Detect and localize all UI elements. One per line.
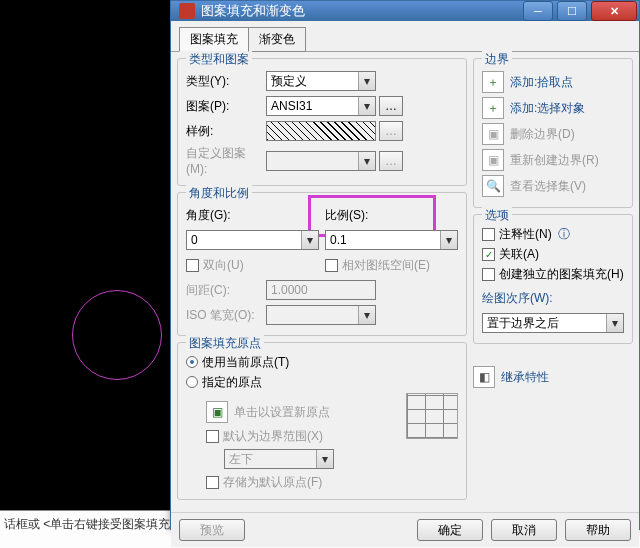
- annotative-label: 注释性(N): [499, 226, 552, 243]
- draw-order-select[interactable]: 置于边界之后: [482, 313, 624, 333]
- view-icon: 🔍: [482, 175, 504, 197]
- add-pick-icon: ＋: [482, 71, 504, 93]
- help-button[interactable]: 帮助: [565, 519, 631, 541]
- pattern-label: 图案(P):: [186, 98, 266, 115]
- paper-space-checkbox: 相对图纸空间(E): [325, 256, 458, 274]
- origin-preview-swatch: [406, 393, 458, 439]
- custom-browse-button: …: [379, 151, 403, 171]
- group-label: 选项: [482, 207, 512, 224]
- recreate-boundary-button: ▣ 重新创建边界(R): [482, 149, 624, 171]
- add-select-icon: ＋: [482, 97, 504, 119]
- default-bounds-label: 默认为边界范围(X): [223, 428, 323, 445]
- specified-label: 指定的原点: [202, 374, 262, 391]
- spacing-input: 1.0000: [266, 280, 376, 300]
- spacing-label: 间距(C):: [186, 282, 266, 299]
- scale-label: 比例(S):: [325, 207, 368, 224]
- specified-radio[interactable]: 指定的原点: [186, 373, 458, 391]
- store-default-label: 存储为默认原点(F): [223, 474, 322, 491]
- view-selection-button: 🔍 查看选择集(V): [482, 175, 624, 197]
- checkbox-icon: [186, 259, 199, 272]
- view-label: 查看选择集(V): [510, 178, 586, 195]
- preview-button: 预览: [179, 519, 245, 541]
- assoc-checkbox[interactable]: 关联(A): [482, 245, 624, 263]
- group-angle-scale: 角度和比例 角度(G): 0 比例(S): 0.1 双向(U): [177, 192, 467, 336]
- inherit-label: 继承特性: [501, 369, 549, 386]
- checkbox-icon: [206, 430, 219, 443]
- app-icon: [179, 3, 195, 19]
- double-checkbox: 双向(U): [186, 256, 319, 274]
- paper-label: 相对图纸空间(E): [342, 257, 430, 274]
- default-bounds-checkbox: 默认为边界范围(X): [206, 427, 400, 445]
- group-label: 类型和图案: [186, 51, 252, 68]
- tab-row: 图案填充 渐变色: [171, 21, 639, 52]
- sample-swatch[interactable]: [266, 121, 376, 141]
- create-sep-label: 创建独立的图案填充(H): [499, 266, 624, 283]
- inherit-button[interactable]: ◧ 继承特性: [473, 366, 633, 388]
- recreate-label: 重新创建边界(R): [510, 152, 599, 169]
- checkbox-icon: [482, 248, 495, 261]
- dialog-title: 图案填充和渐变色: [201, 2, 305, 20]
- radio-icon: [186, 356, 198, 368]
- add-pick-label: 添加:拾取点: [510, 74, 573, 91]
- use-current-label: 使用当前原点(T): [202, 354, 289, 371]
- assoc-label: 关联(A): [499, 246, 539, 263]
- circle-entity[interactable]: [72, 290, 162, 380]
- annotative-checkbox[interactable]: 注释性(N) ⓘ: [482, 225, 624, 243]
- inherit-icon: ◧: [473, 366, 495, 388]
- close-button[interactable]: ✕: [591, 1, 637, 21]
- create-sep-checkbox[interactable]: 创建独立的图案填充(H): [482, 265, 624, 283]
- add-select-button[interactable]: ＋ 添加:选择对象: [482, 97, 624, 119]
- double-label: 双向(U): [203, 257, 244, 274]
- iso-label: ISO 笔宽(O):: [186, 307, 266, 324]
- hatch-dialog: 图案填充和渐变色 ─ ☐ ✕ 图案填充 渐变色 类型和图案 类型(Y): 预定义…: [170, 0, 640, 530]
- checkbox-icon: [482, 228, 495, 241]
- command-hint: 话框或 <单击右键接受图案填充>:: [4, 517, 181, 531]
- type-label: 类型(Y):: [186, 73, 266, 90]
- custom-label: 自定义图案(M):: [186, 145, 266, 176]
- click-set-label: 单击以设置新原点: [234, 404, 330, 421]
- scale-select[interactable]: 0.1: [325, 230, 458, 250]
- remove-boundary-button: ▣ 删除边界(D): [482, 123, 624, 145]
- add-select-label: 添加:选择对象: [510, 100, 585, 117]
- radio-icon: [186, 376, 198, 388]
- checkbox-icon: [325, 259, 338, 272]
- group-label: 图案填充原点: [186, 335, 264, 352]
- group-boundaries: 边界 ＋ 添加:拾取点 ＋ 添加:选择对象 ▣ 删除边界(D) ▣ 重新创建边界…: [473, 58, 633, 208]
- recreate-icon: ▣: [482, 149, 504, 171]
- tab-hatch[interactable]: 图案填充: [179, 27, 249, 52]
- draw-order-label: 绘图次序(W):: [482, 290, 553, 307]
- group-type-pattern: 类型和图案 类型(Y): 预定义 图案(P): ANSI31 … 样例: … 自…: [177, 58, 467, 186]
- use-current-radio[interactable]: 使用当前原点(T): [186, 353, 458, 371]
- group-options: 选项 注释性(N) ⓘ 关联(A) 创建独立的图案填充(H) 绘图次序(W):: [473, 214, 633, 344]
- tab-gradient[interactable]: 渐变色: [248, 27, 306, 52]
- pattern-select[interactable]: ANSI31: [266, 96, 376, 116]
- pattern-browse-button[interactable]: …: [379, 96, 403, 116]
- info-icon: ⓘ: [558, 226, 570, 243]
- titlebar[interactable]: 图案填充和渐变色 ─ ☐ ✕: [171, 1, 639, 21]
- checkbox-icon: [482, 268, 495, 281]
- position-select: 左下: [224, 449, 334, 469]
- sample-browse-button: …: [379, 121, 403, 141]
- ok-button[interactable]: 确定: [417, 519, 483, 541]
- angle-select[interactable]: 0: [186, 230, 319, 250]
- sample-label: 样例:: [186, 123, 266, 140]
- checkbox-icon: [206, 476, 219, 489]
- custom-select: [266, 151, 376, 171]
- remove-label: 删除边界(D): [510, 126, 575, 143]
- dialog-footer: 预览 确定 取消 帮助: [171, 512, 639, 547]
- maximize-button[interactable]: ☐: [557, 1, 587, 21]
- angle-label: 角度(G):: [186, 207, 231, 224]
- remove-icon: ▣: [482, 123, 504, 145]
- cancel-button[interactable]: 取消: [491, 519, 557, 541]
- iso-select: [266, 305, 376, 325]
- set-origin-icon: ▣: [206, 401, 228, 423]
- add-pick-button[interactable]: ＋ 添加:拾取点: [482, 71, 624, 93]
- store-default-checkbox: 存储为默认原点(F): [206, 473, 400, 491]
- group-label: 角度和比例: [186, 185, 252, 202]
- group-origin: 图案填充原点 使用当前原点(T) 指定的原点 ▣ 单击以设置新原点: [177, 342, 467, 500]
- group-label: 边界: [482, 51, 512, 68]
- minimize-button[interactable]: ─: [523, 1, 553, 21]
- type-select[interactable]: 预定义: [266, 71, 376, 91]
